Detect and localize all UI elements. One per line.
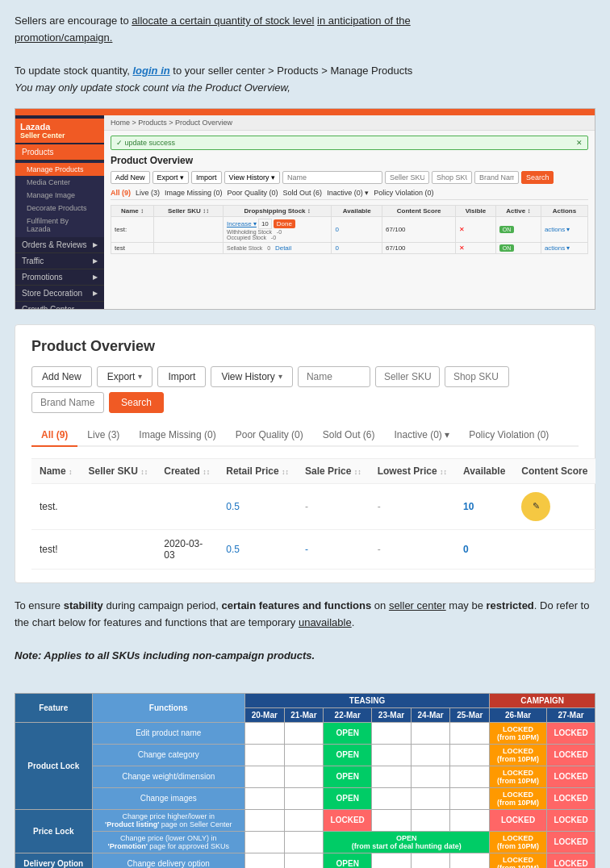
close-success-icon[interactable]: ✕ [576, 139, 583, 147]
laz-export-btn[interactable]: Export ▾ [152, 171, 190, 184]
laz-import-btn[interactable]: Import [191, 171, 222, 184]
chart-func-edit-name: Edit product name [92, 722, 244, 744]
laz-view-history-btn[interactable]: View History ▾ [224, 171, 280, 184]
po-tab-image-missing[interactable]: Image Missing (0) [129, 424, 225, 447]
chart-th-26mar: 26-Mar [490, 707, 547, 722]
po-td-seller-sku-2 [81, 529, 157, 569]
laz-tab-live[interactable]: Live (3) [136, 189, 160, 197]
po-td-retail-2: 0.5 [218, 529, 297, 569]
po-search-btn[interactable]: Search [109, 392, 164, 413]
lazada-logo: Lazada Seller Center [15, 119, 104, 143]
intro-block: Sellers are encourage to allocate a cert… [15, 13, 595, 97]
po-shop-sku-input[interactable] [445, 366, 509, 387]
laz-cell-visible2: ✕ [456, 242, 496, 253]
laz-seller-sku-input[interactable] [385, 171, 429, 184]
po-tab-all[interactable]: All (9) [31, 424, 77, 447]
table-row: test: Increase ▾ 10 Done Withholding Sto… [111, 216, 588, 242]
sidebar-item-store[interactable]: Store Decoration▶ [15, 286, 104, 302]
product-overview-section: Product Overview Add New Export ▾ Import… [15, 324, 595, 583]
po-th-retail-price[interactable]: Retail Price ↕↕ [218, 458, 297, 483]
laz-tab-all[interactable]: All (9) [111, 189, 131, 197]
sidebar-item-orders[interactable]: Orders & Reviews▶ [15, 237, 104, 253]
chart-feature-product-lock: Product Lock [15, 722, 93, 809]
sidebar-item-products[interactable]: Products [15, 144, 104, 161]
submenu-media-center[interactable]: Media Center [15, 176, 104, 189]
po-tab-inactive[interactable]: Inactive (0) ▾ [384, 424, 459, 447]
po-brand-name-input[interactable] [31, 392, 104, 413]
cell-locked-from-10pm: LOCKED(from 10PM) [490, 766, 547, 787]
po-tab-policy-violation[interactable]: Policy Violation (0) [459, 424, 558, 447]
laz-done-btn[interactable]: Done [274, 219, 295, 228]
po-add-new-btn[interactable]: Add New [31, 366, 92, 387]
products-submenu: Manage Products Media Center Manage Imag… [15, 161, 104, 237]
laz-cell-content-score: 67/100 [382, 216, 456, 242]
chart-row-edit-name: Product Lock Edit product name OPEN LOCK… [15, 722, 595, 744]
po-tab-poor-quality[interactable]: Poor Quality (0) [226, 424, 313, 447]
export-dropdown-icon: ▾ [138, 372, 142, 381]
laz-tab-soldout[interactable]: Sold Out (6) [283, 189, 323, 197]
chart-section: Feature Functions TEASING CAMPAIGN 20-Ma… [15, 693, 595, 868]
sidebar-item-traffic[interactable]: Traffic▶ [15, 253, 104, 269]
laz-brand-name-input[interactable] [474, 171, 519, 184]
chart-feature-price-lock: Price Lock [15, 809, 93, 853]
po-export-btn[interactable]: Export ▾ [97, 366, 153, 387]
po-tab-live[interactable]: Live (3) [77, 424, 129, 447]
po-th-name[interactable]: Name ↕ [31, 458, 81, 483]
table-row: test! 2020-03-03 0.5 - - 0 [31, 529, 595, 569]
laz-shop-sku-input[interactable] [432, 171, 472, 184]
po-th-lowest-price[interactable]: Lowest Price ↕↕ [370, 458, 455, 483]
laz-detail-link[interactable]: Detail [275, 244, 291, 252]
chart-th-25mar: 25-Mar [450, 707, 490, 722]
chart-func-price-listing: Change price higher/lower in'Product lis… [92, 809, 244, 831]
laz-add-new-btn[interactable]: Add New [111, 171, 150, 184]
sidebar-item-growth[interactable]: Growth Center [15, 302, 104, 310]
cell-locked: LOCKED [547, 853, 595, 868]
submenu-manage-products[interactable]: Manage Products [15, 163, 104, 176]
laz-cell-actions2[interactable]: actions ▾ [541, 242, 587, 253]
content-score-badge[interactable]: ✎ [521, 492, 550, 521]
laz-tab-image[interactable]: Image Missing (0) [165, 189, 223, 197]
po-view-history-btn[interactable]: View History ▾ [211, 366, 292, 387]
sidebar-item-promotions[interactable]: Promotions▶ [15, 269, 104, 286]
chart-th-22mar: 22-Mar [324, 707, 372, 722]
po-th-content-score[interactable]: Content Score [513, 458, 595, 483]
po-th-sale-price[interactable]: Sale Price ↕↕ [297, 458, 370, 483]
po-seller-sku-input[interactable] [375, 366, 440, 387]
cell-open-deal: OPEN(from start of deal hunting date) [324, 831, 490, 853]
cell-open: OPEN [324, 744, 372, 766]
po-tab-sold-out[interactable]: Sold Out (6) [313, 424, 385, 447]
laz-col-active: Active ↕ [495, 205, 541, 216]
cell-locked-from-10pm: LOCKED(from 10PM) [490, 787, 547, 809]
laz-search-btn[interactable]: Search [521, 171, 554, 184]
laz-tab-inactive[interactable]: Inactive (0) ▾ [327, 189, 369, 197]
chart-func-price-promo: Change price (lower ONLY) in'Promotion' … [92, 831, 244, 853]
chart-func-weight: Change weight/dimension [92, 766, 244, 787]
po-th-created[interactable]: Created ↕↕ [156, 458, 218, 483]
po-import-btn[interactable]: Import [157, 366, 206, 387]
submenu-fulfilment[interactable]: Fulfilment By Lazada [15, 215, 104, 236]
feature-chart-table: Feature Functions TEASING CAMPAIGN 20-Ma… [15, 693, 595, 868]
cell-open: OPEN [324, 722, 372, 744]
submenu-manage-image[interactable]: Manage Image [15, 189, 104, 202]
view-history-dropdown-icon: ▾ [278, 372, 282, 381]
chart-row-price-listing: Price Lock Change price higher/lower in'… [15, 809, 595, 831]
cell-locked: LOCKED [547, 787, 595, 809]
submenu-decorate[interactable]: Decorate Products [15, 202, 104, 215]
po-td-name-2: test! [31, 529, 81, 569]
chart-feature-delivery: Delivery Option [15, 853, 93, 868]
laz-cell-content-score2: 67/100 [382, 242, 456, 253]
laz-tab-violation[interactable]: Policy Violation (0) [374, 189, 433, 197]
chart-header-row-1: Feature Functions TEASING CAMPAIGN [15, 693, 595, 707]
po-th-seller-sku[interactable]: Seller SKU ↕↕ [81, 458, 157, 483]
chart-row-weight: Change weight/dimension OPEN LOCKED(from… [15, 766, 595, 787]
laz-cell-dropstock: Increase ▾ 10 Done Withholding Stock -0 … [223, 216, 331, 242]
chart-func-change-cat: Change category [92, 744, 244, 766]
laz-toolbar: Add New Export ▾ Import View History ▾ S… [111, 171, 588, 184]
po-td-available-2: 0 [455, 529, 513, 569]
laz-name-input[interactable] [282, 171, 382, 184]
laz-cell-actions[interactable]: actions ▾ [541, 216, 587, 242]
laz-tab-quality[interactable]: Poor Quality (0) [228, 189, 278, 197]
laz-col-dropstock: Dropshipping Stock ↕ [223, 205, 331, 216]
po-th-available[interactable]: Available [455, 458, 513, 483]
po-name-input[interactable] [298, 366, 370, 387]
